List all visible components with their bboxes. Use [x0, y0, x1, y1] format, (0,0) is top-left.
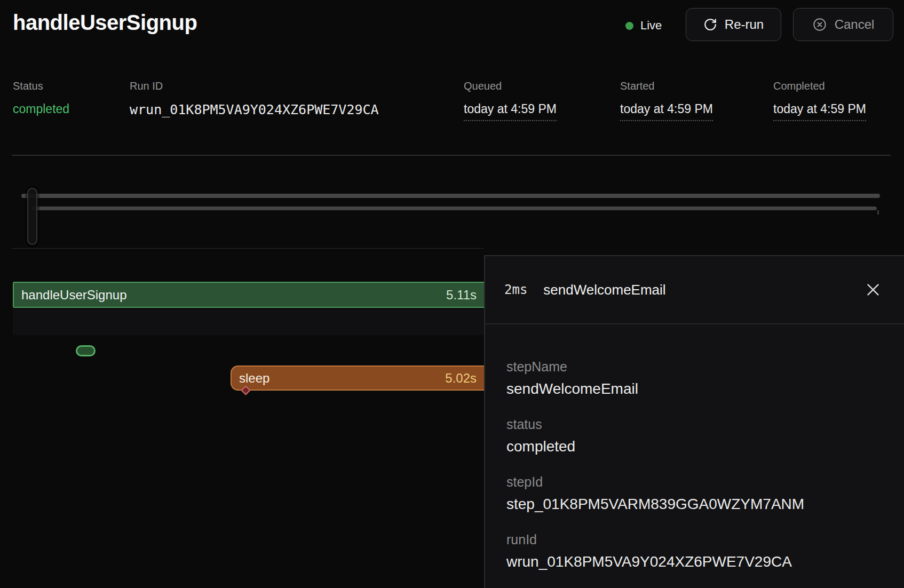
rerun-label: Re-run: [725, 17, 764, 32]
trace-span-run[interactable]: handleUserSignup 5.11s: [13, 282, 484, 308]
field-value: step_01K8PM5VARM839GGA0WZYM7ANM: [506, 495, 885, 513]
refresh-icon: [703, 18, 717, 31]
span-run-duration: 5.11s: [446, 288, 477, 303]
completed-label: Completed: [773, 80, 825, 92]
step-duration-badge: 2ms: [504, 282, 527, 297]
minimap-step-tick: [877, 210, 879, 214]
started-label: Started: [620, 80, 654, 92]
header-divider: [12, 155, 891, 156]
field-status: status completed: [506, 416, 885, 456]
started-value[interactable]: today at 4:59 PM: [620, 102, 713, 121]
span-sleep-name: sleep: [239, 371, 269, 386]
page-title: handleUserSignup: [13, 11, 197, 35]
field-label: runId: [506, 531, 885, 547]
step-detail-panel: 2ms sendWelcomeEmail stepName sendWelcom…: [484, 255, 904, 588]
live-indicator: Live: [625, 18, 662, 34]
close-panel-button[interactable]: [861, 278, 885, 301]
rerun-button[interactable]: Re-run: [686, 8, 781, 41]
close-icon: [866, 283, 880, 297]
live-label: Live: [640, 19, 662, 33]
completed-value[interactable]: today at 4:59 PM: [773, 102, 866, 121]
trace-span-step-pill[interactable]: [76, 345, 96, 356]
field-value: sendWelcomeEmail: [506, 380, 885, 398]
step-detail-title: sendWelcomeEmail: [543, 282, 665, 298]
step-detail-fields: stepName sendWelcomeEmail status complet…: [506, 359, 885, 588]
field-value: completed: [506, 438, 885, 456]
minimap-scrubber-handle[interactable]: [27, 188, 37, 245]
field-label: stepId: [506, 474, 885, 490]
field-label: stepName: [506, 359, 885, 375]
cancel-circle-x-icon: [812, 17, 827, 32]
live-dot-icon: [625, 22, 633, 30]
field-step-id: stepId step_01K8PM5VARM839GGA0WZYM7ANM: [506, 474, 885, 513]
queued-value[interactable]: today at 4:59 PM: [464, 102, 557, 121]
status-label: Status: [13, 80, 43, 92]
field-value: wrun_01K8PM5VA9Y024XZ6PWE7V29CA: [506, 553, 885, 571]
minimap-divider: [12, 248, 483, 249]
field-label: status: [506, 416, 885, 432]
cancel-label: Cancel: [835, 17, 875, 32]
field-run-id: runId wrun_01K8PM5VA9Y024XZ6PWE7V29CA: [506, 531, 885, 571]
trace-row-stripe: [13, 309, 484, 335]
status-value: completed: [13, 102, 69, 116]
span-run-name: handleUserSignup: [21, 288, 126, 303]
span-sleep-duration: 5.02s: [445, 371, 477, 386]
step-detail-header: 2ms sendWelcomeEmail: [485, 256, 904, 324]
minimap-run-bar[interactable]: [21, 194, 880, 198]
field-step-name: stepName sendWelcomeEmail: [506, 359, 885, 398]
run-id-label: Run ID: [130, 80, 163, 92]
queued-label: Queued: [464, 80, 502, 92]
minimap-sleep-bar[interactable]: [31, 206, 877, 210]
trace-span-sleep[interactable]: sleep 5.02s: [231, 365, 484, 391]
run-id-value: wrun_01K8PM5VA9Y024XZ6PWE7V29CA: [130, 102, 379, 117]
cancel-button[interactable]: Cancel: [793, 8, 893, 41]
